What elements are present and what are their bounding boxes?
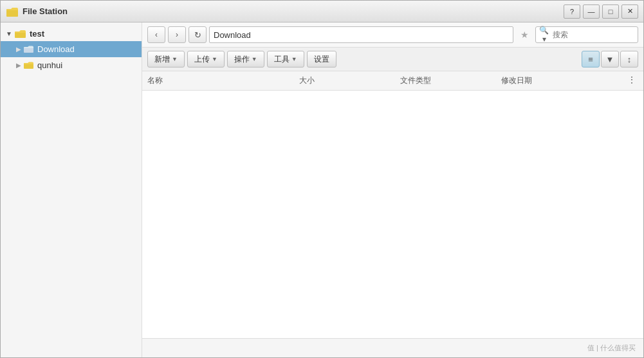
new-dropdown-arrow: ▼	[172, 56, 178, 62]
close-button[interactable]: ✕	[621, 4, 638, 19]
content-area: ‹ › ↻ ★ 🔍▾ 新增 ▼ 上传	[142, 22, 643, 357]
list-view-icon: ≡	[588, 55, 593, 64]
operate-label: 操作	[234, 54, 250, 65]
sidebar: ▼ test ▶ Download ▶	[1, 22, 142, 357]
tools-label: 工具	[274, 54, 290, 65]
upload-button[interactable]: 上传 ▼	[187, 51, 225, 67]
tools-button[interactable]: 工具 ▼	[267, 51, 304, 67]
search-icon-button[interactable]: 🔍▾	[536, 26, 553, 44]
bottom-bar: 值 | 什么值得买	[142, 338, 643, 357]
back-button[interactable]: ‹	[147, 26, 165, 43]
sidebar-group-test[interactable]: ▼ test	[1, 26, 142, 41]
toolbar-path: ‹ › ↻ ★ 🔍▾	[142, 22, 643, 48]
tools-dropdown-arrow: ▼	[291, 56, 297, 62]
col-header-size: 大小	[299, 75, 400, 86]
main-area: ▼ test ▶ Download ▶	[1, 22, 643, 357]
upload-label: 上传	[194, 54, 210, 65]
app-title: File Station	[23, 6, 564, 16]
favorite-button[interactable]: ★	[516, 26, 533, 43]
sidebar-item-download-label: Download	[37, 44, 75, 54]
view-controls: ≡ ▼ ↕	[582, 51, 638, 67]
sidebar-item-qunhui[interactable]: ▶ qunhui	[1, 57, 142, 73]
chevron-down-icon: ▼	[6, 30, 12, 37]
watermark-text: 值 | 什么值得买	[587, 343, 636, 353]
search-box: 🔍▾	[535, 26, 638, 43]
new-button[interactable]: 新增 ▼	[147, 51, 185, 67]
sidebar-item-download[interactable]: ▶ Download	[1, 41, 142, 57]
sort-button[interactable]: ↕	[620, 51, 638, 67]
sort-icon: ↕	[627, 55, 632, 64]
upload-dropdown-arrow: ▼	[212, 56, 217, 62]
settings-label: 设置	[314, 54, 329, 65]
search-input[interactable]	[553, 30, 638, 39]
operate-dropdown-arrow: ▼	[252, 56, 257, 62]
minimize-button[interactable]: —	[583, 4, 600, 19]
path-input[interactable]	[209, 26, 513, 43]
operate-button[interactable]: 操作 ▼	[227, 51, 264, 67]
maximize-button[interactable]: □	[602, 4, 619, 19]
sidebar-root-label: test	[30, 29, 44, 39]
table-body	[142, 91, 643, 283]
file-table: 名称 大小 文件类型 修改日期 ⋮	[142, 71, 643, 338]
window-controls: ? — □ ✕	[564, 4, 638, 19]
view-dropdown-button[interactable]: ▼	[601, 51, 619, 67]
new-label: 新增	[154, 54, 170, 65]
col-header-date: 修改日期	[501, 75, 628, 86]
search-dropdown-icon: 🔍▾	[538, 26, 550, 44]
app-icon	[6, 5, 19, 18]
view-dropdown-icon: ▼	[606, 55, 614, 64]
sidebar-item-qunhui-label: qunhui	[37, 60, 62, 70]
col-header-more: ⋮	[628, 75, 638, 86]
refresh-button[interactable]: ↻	[189, 26, 207, 43]
col-header-name: 名称	[147, 75, 299, 86]
help-button[interactable]: ?	[564, 4, 580, 19]
settings-button[interactable]: 设置	[307, 51, 336, 67]
app-window: File Station ? — □ ✕ ▼ test ▶	[0, 0, 644, 358]
toolbar-actions: 新增 ▼ 上传 ▼ 操作 ▼ 工具 ▼ 设置	[142, 48, 643, 71]
table-header: 名称 大小 文件类型 修改日期 ⋮	[142, 71, 643, 91]
list-view-button[interactable]: ≡	[582, 51, 600, 67]
forward-button[interactable]: ›	[168, 26, 186, 43]
col-header-type: 文件类型	[400, 75, 501, 86]
title-bar: File Station ? — □ ✕	[1, 1, 643, 22]
